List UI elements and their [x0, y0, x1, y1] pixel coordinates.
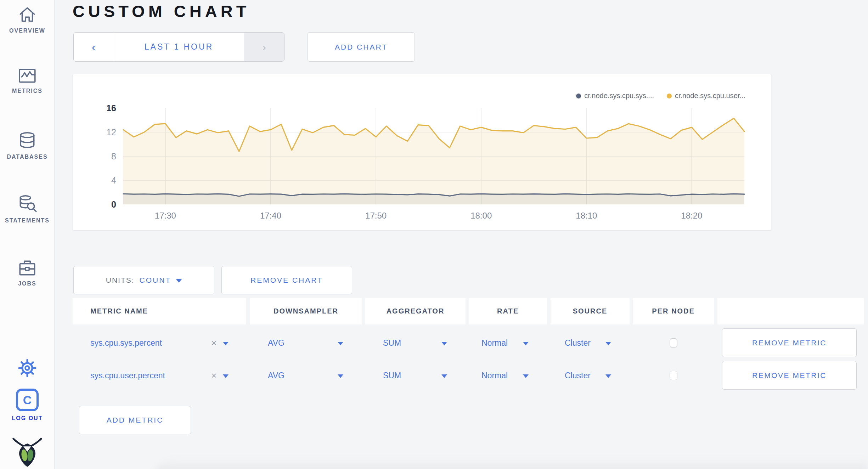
- col-header-aggregator: AGGREGATOR: [365, 298, 466, 324]
- cockroach-logo[interactable]: [0, 437, 55, 468]
- sidebar-item-overview[interactable]: OVERVIEW: [0, 5, 55, 34]
- sidebar-item-statements[interactable]: STATEMENTS: [0, 194, 55, 224]
- sidebar-item-settings[interactable]: [0, 358, 55, 378]
- cockroach-bug-icon: [11, 437, 44, 468]
- col-header-per-node: PER NODE: [633, 298, 714, 324]
- col-header-downsampler: DOWNSAMPLER: [250, 298, 362, 324]
- statements-search-icon: [17, 194, 37, 214]
- svg-text:18:20: 18:20: [681, 211, 702, 220]
- sidebar: OVERVIEW METRICS DATABASES: [0, 0, 55, 469]
- chevron-down-icon: [523, 374, 529, 378]
- svg-text:12: 12: [106, 127, 116, 137]
- chevron-down-icon: [441, 374, 447, 378]
- remove-metric-button[interactable]: REMOVE METRIC: [722, 328, 857, 357]
- below-fold-shadow: [152, 458, 868, 469]
- page-title: CUSTOM CHART: [73, 1, 250, 21]
- database-icon: [18, 131, 37, 150]
- svg-text:16: 16: [106, 103, 116, 113]
- time-range-value[interactable]: LAST 1 HOUR: [114, 33, 244, 61]
- chevron-down-icon: [176, 279, 182, 283]
- metrics-chart-icon: [18, 67, 37, 84]
- custom-chart-page: OVERVIEW METRICS DATABASES: [0, 0, 868, 469]
- gear-icon: [17, 358, 38, 378]
- svg-text:0: 0: [111, 199, 116, 209]
- chevron-down-icon: [223, 374, 229, 378]
- chevron-down-icon: [523, 342, 529, 345]
- sidebar-item-jobs[interactable]: JOBS: [0, 259, 55, 287]
- svg-text:18:00: 18:00: [470, 211, 492, 220]
- clear-metric-icon[interactable]: ×: [211, 371, 216, 381]
- remove-chart-button[interactable]: REMOVE CHART: [221, 266, 352, 294]
- sidebar-item-label: METRICS: [12, 88, 43, 94]
- sidebar-item-label: OVERVIEW: [9, 28, 45, 34]
- per-node-cell: [633, 328, 714, 357]
- source-dropdown[interactable]: Cluster: [551, 328, 630, 357]
- chevron-down-icon: [338, 374, 343, 378]
- metric-name-dropdown[interactable]: sys.cpu.sys.percent ×: [73, 328, 246, 357]
- downsampler-dropdown[interactable]: AVG: [250, 328, 362, 357]
- per-node-checkbox[interactable]: [670, 371, 677, 380]
- svg-text:17:30: 17:30: [155, 211, 176, 220]
- col-header-rate: RATE: [469, 298, 547, 324]
- per-node-cell: [633, 361, 714, 390]
- legend-dot: [667, 94, 672, 98]
- chevron-down-icon: [441, 342, 447, 345]
- sidebar-item-label: DATABASES: [7, 154, 47, 160]
- add-metric-button[interactable]: ADD METRIC: [79, 406, 191, 434]
- units-value: COUNT: [140, 276, 171, 284]
- downsampler-dropdown[interactable]: AVG: [250, 361, 362, 390]
- per-node-checkbox[interactable]: [670, 338, 677, 347]
- chevron-down-icon: [223, 342, 229, 345]
- time-range-next-button[interactable]: ›: [244, 33, 284, 61]
- col-header-source: SOURCE: [551, 298, 630, 324]
- chevron-down-icon: [605, 374, 611, 378]
- svg-text:C: C: [23, 393, 32, 407]
- col-header-metric-name: METRIC NAME: [73, 298, 246, 324]
- svg-text:18:10: 18:10: [576, 211, 597, 220]
- svg-text:4: 4: [111, 175, 116, 185]
- aggregator-dropdown[interactable]: SUM: [365, 361, 466, 390]
- sidebar-item-metrics[interactable]: METRICS: [0, 67, 55, 94]
- chevron-down-icon: [338, 342, 343, 345]
- cockroach-c-icon: C: [16, 388, 39, 412]
- sidebar-item-logout[interactable]: C LOG OUT: [0, 388, 55, 422]
- briefcase-icon: [18, 259, 37, 277]
- svg-text:17:50: 17:50: [365, 211, 387, 220]
- time-range-selector: ‹ LAST 1 HOUR ›: [73, 32, 284, 62]
- rate-dropdown[interactable]: Normal: [469, 361, 547, 390]
- rate-dropdown[interactable]: Normal: [469, 328, 547, 357]
- sidebar-item-label: JOBS: [18, 281, 36, 287]
- legend-item[interactable]: cr.node.sys.cpu.user...: [667, 92, 745, 100]
- chart-legend: cr.node.sys.cpu.sys.... cr.node.sys.cpu.…: [576, 92, 745, 100]
- units-label: UNITS:: [106, 276, 135, 284]
- svg-text:8: 8: [111, 151, 116, 161]
- logout-label: LOG OUT: [12, 415, 43, 422]
- home-icon: [18, 5, 37, 24]
- aggregator-dropdown[interactable]: SUM: [365, 328, 466, 357]
- legend-dot: [576, 94, 581, 98]
- sidebar-item-databases[interactable]: DATABASES: [0, 131, 55, 160]
- add-chart-button[interactable]: ADD CHART: [308, 32, 415, 62]
- chevron-down-icon: [605, 342, 611, 345]
- chevron-right-icon: ›: [262, 40, 266, 54]
- legend-item[interactable]: cr.node.sys.cpu.sys....: [576, 92, 654, 100]
- clear-metric-icon[interactable]: ×: [211, 338, 216, 348]
- chevron-left-icon: ‹: [92, 40, 96, 54]
- metric-name-dropdown[interactable]: sys.cpu.user.percent ×: [73, 361, 246, 390]
- source-dropdown[interactable]: Cluster: [551, 361, 630, 390]
- remove-metric-button[interactable]: REMOVE METRIC: [722, 361, 857, 390]
- time-range-prev-button[interactable]: ‹: [74, 33, 114, 61]
- col-header-actions: [717, 298, 864, 324]
- chart-card: 048121617:3017:4017:5018:0018:1018:20 cr…: [73, 74, 771, 231]
- sidebar-item-label: STATEMENTS: [5, 217, 50, 224]
- svg-text:17:40: 17:40: [260, 211, 281, 220]
- units-dropdown[interactable]: UNITS: COUNT: [73, 266, 214, 294]
